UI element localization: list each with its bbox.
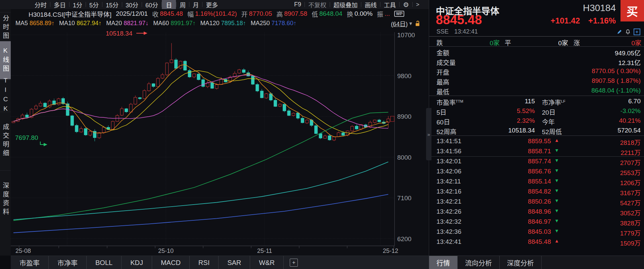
up-arrow-icon: ▲ xyxy=(554,138,559,143)
tick-price: 8846.97 xyxy=(528,218,551,225)
candle-up xyxy=(179,61,182,68)
tick-row[interactable]: 13:42:368845.03▼1779万 xyxy=(429,227,644,237)
candle-up xyxy=(35,106,38,109)
indicator-tab-RSI[interactable]: RSI xyxy=(190,256,219,269)
tick-time: 13:42:01 xyxy=(436,158,461,165)
ma-value: 8821.97↓ xyxy=(124,20,148,26)
pair-label-1: 52周高 xyxy=(436,127,456,136)
candle-down xyxy=(319,133,322,138)
period-tab-30分[interactable]: 30分 xyxy=(122,0,142,9)
low-annotation-arrowhead xyxy=(44,143,47,146)
tick-price: 8855.14 xyxy=(528,178,551,185)
ma-item-MA5: MA58658.89↑ xyxy=(15,20,54,27)
candle-down xyxy=(328,136,331,140)
tick-row[interactable]: 13:42:118855.14▼1206万 xyxy=(429,176,644,186)
pair-row-52周高: 52周高10518.3452周低5720.54 xyxy=(429,126,644,136)
ma-value: 8627.94↑ xyxy=(77,20,101,26)
period-tab-月[interactable]: 月 xyxy=(189,0,202,9)
change-percent: +1.16% xyxy=(588,16,616,25)
down-arrow-icon: ▼ xyxy=(554,158,559,163)
turnover-label: 换 xyxy=(347,9,353,18)
candle-up xyxy=(278,104,281,106)
candle-up xyxy=(147,84,150,91)
top-toolbar: 分时多日1分5分15分30分60分日周月更多 F9 不复权 超级叠加 画线 工具… xyxy=(0,0,429,9)
f9-button[interactable]: F9 xyxy=(291,1,305,8)
period-tab-更多[interactable]: 更多 xyxy=(202,0,221,9)
flat-count-label: 平 xyxy=(505,38,511,47)
candle-up xyxy=(89,131,92,135)
tick-row[interactable]: 13:42:018857.74▼2707万 xyxy=(429,156,644,166)
period-tab-分时[interactable]: 分时 xyxy=(31,0,50,9)
flat-count: 0家 xyxy=(558,38,568,47)
add-indicator-button[interactable]: + xyxy=(290,259,298,267)
period-tab-15分[interactable]: 15分 xyxy=(102,0,122,9)
indicator-tab-KDJ[interactable]: KDJ xyxy=(122,256,152,269)
panel-tab-行情[interactable]: 行情 xyxy=(429,256,458,269)
sidebar-item-K线图[interactable]: K线图 xyxy=(0,41,11,79)
pair-value-2: -3.02% xyxy=(620,107,641,115)
chevron-down-icon[interactable]: ▼ xyxy=(408,21,413,26)
unlock-icon[interactable] xyxy=(415,20,420,26)
kline-chart[interactable]: 107009800890080007100620025-0825-1025-11… xyxy=(11,28,429,256)
super-overlay-button[interactable]: 超级叠加 xyxy=(330,0,361,9)
tick-row[interactable]: 13:42:168854.82▼3167万 xyxy=(429,186,644,197)
pencil-icon[interactable] xyxy=(617,29,622,35)
period-selector[interactable]: (64日) xyxy=(391,19,408,28)
sidebar-item-深度资料[interactable]: 深度资料 xyxy=(0,170,11,228)
kline-chart-area[interactable]: 107009800890080007100620025-0825-1025-11… xyxy=(11,28,429,256)
stat-value: 8770.05 ( 0.30%) xyxy=(592,67,641,75)
indicator-tab-SAR[interactable]: SAR xyxy=(219,256,250,269)
sidebar-item-成交明细[interactable]: 成交明细 xyxy=(0,112,11,170)
indicator-tab-BOLL[interactable]: BOLL xyxy=(87,256,122,269)
tick-row[interactable]: 13:42:418845.48▲1509万 xyxy=(429,237,644,247)
pair-label-2: 市净率LF xyxy=(542,98,565,107)
x-axis-label: 25-10 xyxy=(158,248,174,254)
indicator-tab-W&R[interactable]: W&R xyxy=(250,256,284,269)
open-value: 8770.05 xyxy=(249,10,272,17)
add-icon[interactable]: + xyxy=(634,29,640,35)
down-arrow-icon: ▼ xyxy=(554,168,559,173)
bell-icon[interactable] xyxy=(625,29,631,35)
tick-row[interactable]: 13:41:568858.71▼2211万 xyxy=(429,146,644,157)
panel-collapse-handle[interactable]: » xyxy=(426,108,431,160)
buy-button[interactable]: 买 xyxy=(620,0,644,21)
breadth-row: 跌 0家 平 0家 涨 0家 xyxy=(429,37,644,46)
sidebar-item-TICK[interactable]: TICK xyxy=(0,80,11,111)
wp-monitor-icon[interactable]: WP xyxy=(394,11,404,17)
tick-row[interactable]: 13:42:218850.26▼5427万 xyxy=(429,197,644,207)
period-tab-多日[interactable]: 多日 xyxy=(50,0,69,9)
period-tab-日[interactable]: 日 xyxy=(162,0,176,10)
candle-down xyxy=(71,116,74,125)
tick-volume: 2211万 xyxy=(620,148,641,157)
period-tab-周[interactable]: 周 xyxy=(176,0,189,9)
period-tab-5分[interactable]: 5分 xyxy=(86,0,102,9)
candle-up xyxy=(143,91,146,99)
stat-value: 8648.04 (-1.10%) xyxy=(591,87,641,94)
pair-label-2: 今年 xyxy=(542,117,555,126)
gear-icon[interactable]: ⚙ xyxy=(400,1,412,9)
adjust-mode-button[interactable]: 不复权 xyxy=(305,0,330,9)
tick-row[interactable]: 13:42:268848.96▼3052万 xyxy=(429,207,644,217)
indicator-tab-市盈率[interactable]: 市盈率 xyxy=(11,256,49,269)
draw-line-button[interactable]: 画线 xyxy=(361,0,380,9)
indicator-tab-MACD[interactable]: MACD xyxy=(152,256,190,269)
candle-down xyxy=(301,118,304,123)
tick-price: 8848.96 xyxy=(528,208,551,215)
tick-row[interactable]: 13:41:518859.55▲2818万 xyxy=(429,136,644,146)
tick-time: 13:42:32 xyxy=(436,218,461,225)
pair-row-市盈率: 市盈率TTM115市净率LF6.70 xyxy=(429,97,644,106)
info-row: H30184.CSI[中证全指半导体] 2025/12/01 收8845.48 … xyxy=(11,9,429,18)
indicator-tab-市净率[interactable]: 市净率 xyxy=(49,256,87,269)
period-tab-1分[interactable]: 1分 xyxy=(70,0,86,9)
candle-up xyxy=(170,60,173,63)
tick-row[interactable]: 13:42:068856.76▼2553万 xyxy=(429,166,644,176)
pair-row-5日: 5日5.52%20日-3.02% xyxy=(429,106,644,116)
panel-tab-流向分析[interactable]: 流向分析 xyxy=(458,256,500,269)
period-tab-60分[interactable]: 60分 xyxy=(142,0,162,9)
panel-tab-深度分析[interactable]: 深度分析 xyxy=(500,256,542,269)
tick-row[interactable]: 13:42:328846.97▼3828万 xyxy=(429,217,644,227)
chevron-right-icon[interactable]: > xyxy=(413,1,423,8)
sidebar-item-分时图[interactable]: 分时图 xyxy=(0,12,11,43)
tools-button[interactable]: 工具 xyxy=(380,0,399,9)
candle-up xyxy=(238,70,241,73)
